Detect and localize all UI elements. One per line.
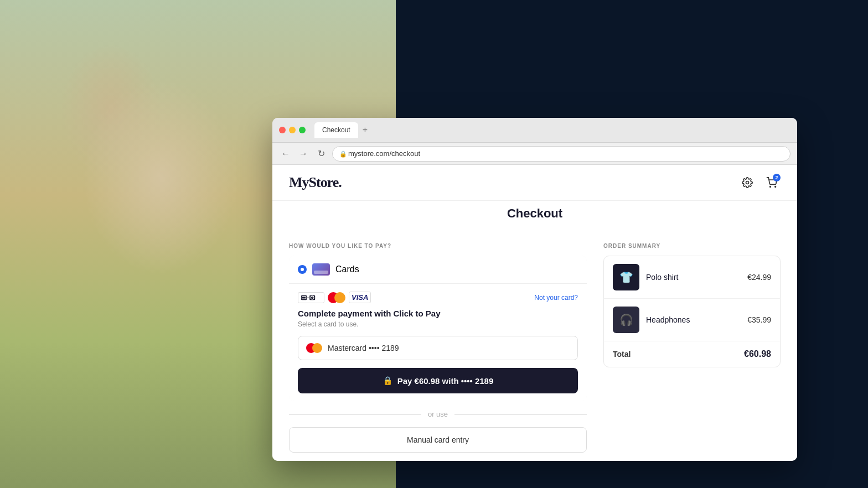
tab-title: Checkout (322, 126, 350, 134)
address-bar-row: ← → ↻ 🔒 mystore.com/checkout (272, 143, 797, 165)
not-your-card-link[interactable]: Not your card? (534, 294, 578, 302)
radio-selected (298, 265, 307, 274)
card-icon (312, 263, 330, 276)
card-icon-strip (314, 271, 328, 274)
checkout-title: Checkout (272, 201, 797, 232)
svg-point-1 (770, 186, 771, 188)
card-selector[interactable]: Mastercard •••• 2189 (298, 336, 578, 360)
svg-point-0 (746, 181, 749, 184)
lock-symbol: 🔒 (383, 376, 393, 386)
address-field[interactable]: 🔒 mystore.com/checkout (332, 146, 790, 162)
ctp-title: Complete payment with Click to Pay (298, 309, 578, 318)
payment-section-label: HOW WOULD YOU LIKE TO PAY? (289, 243, 587, 249)
back-button[interactable]: ← (279, 147, 292, 160)
ctp-subtitle: Select a card to use. (298, 320, 578, 328)
store-logo: MyStore. (289, 174, 342, 191)
header-icons: 2 (738, 174, 781, 191)
ctp-svg-logo (301, 293, 321, 303)
ctp-logos: VISA (298, 292, 371, 303)
total-value: €60.98 (744, 349, 771, 359)
mc-orange-circle (334, 292, 345, 303)
mastercard-logo (328, 292, 345, 303)
card-last4: 2189 (381, 344, 399, 352)
headphones-price: €35.99 (747, 315, 771, 324)
checkout-layout: HOW WOULD YOU LIKE TO PAY? Cards (272, 232, 797, 461)
polo-shirt-name: Polo shirt (646, 273, 741, 282)
manual-card-button[interactable]: Manual card entry (289, 427, 587, 453)
cart-button[interactable]: 2 (763, 174, 781, 191)
payment-option-label: Cards (335, 264, 359, 274)
order-item-polo: 👕 Polo shirt €24.99 (604, 256, 780, 299)
pay-button-label: Pay €60.98 with •••• 2189 (397, 376, 494, 386)
reload-button[interactable]: ↻ (314, 147, 328, 160)
maximize-button[interactable] (299, 127, 306, 133)
order-item-headphones: 🎧 Headphones €35.99 (604, 299, 780, 341)
payment-section: HOW WOULD YOU LIKE TO PAY? Cards (289, 243, 587, 453)
cart-badge: 2 (773, 174, 781, 181)
browser-window: Checkout + ← → ↻ 🔒 mystore.com/checkout … (272, 118, 797, 461)
pay-button[interactable]: 🔒 Pay €60.98 with •••• 2189 (298, 368, 578, 393)
gear-icon (742, 177, 753, 188)
tab-bar: Checkout + (314, 122, 790, 138)
close-button[interactable] (279, 127, 286, 133)
new-tab-button[interactable]: + (360, 125, 370, 135)
order-summary: ORDER SUMMARY 👕 Polo shirt €24.99 🎧 (603, 243, 781, 453)
card-number: Mastercard •••• 2189 (328, 344, 399, 352)
card-dots: •••• (369, 344, 380, 352)
traffic-lights (279, 127, 306, 133)
total-label: Total (613, 350, 631, 359)
svg-point-2 (775, 186, 776, 188)
or-use-divider: or use (289, 410, 587, 418)
browser-chrome: Checkout + (272, 118, 797, 143)
browser-content: MyStore. 2 Check (272, 165, 797, 461)
card-selector-logo (306, 343, 322, 353)
settings-button[interactable] (738, 174, 756, 191)
lock-icon: 🔒 (339, 150, 345, 157)
mc-small-orange (312, 343, 322, 353)
headphones-icon: 🎧 (619, 313, 633, 326)
or-use-text: or use (428, 410, 448, 418)
order-total-row: Total €60.98 (604, 341, 780, 367)
payment-option-cards[interactable]: Cards (289, 256, 587, 284)
forward-button[interactable]: → (297, 147, 310, 160)
polo-shirt-price: €24.99 (747, 273, 771, 282)
store-header: MyStore. 2 (272, 165, 797, 201)
headphones-thumbnail: 🎧 (613, 307, 639, 333)
headphones-name: Headphones (646, 315, 741, 324)
card-name: Mastercard (328, 344, 366, 352)
click-to-pay-panel: VISA Not your card? Complete payment wit… (289, 284, 587, 401)
polo-shirt-icon: 👕 (619, 271, 633, 284)
ctp-brand-logo (298, 292, 324, 303)
polo-shirt-thumbnail: 👕 (613, 264, 639, 290)
active-tab[interactable]: Checkout (314, 122, 358, 138)
ctp-header: VISA Not your card? (298, 292, 578, 303)
order-summary-title: ORDER SUMMARY (603, 243, 781, 249)
url-text: mystore.com/checkout (348, 149, 420, 158)
minimize-button[interactable] (289, 127, 296, 133)
visa-logo: VISA (349, 292, 371, 303)
payment-options: Cards (289, 256, 587, 401)
order-card: 👕 Polo shirt €24.99 🎧 Headphones €35.99 (603, 256, 781, 367)
